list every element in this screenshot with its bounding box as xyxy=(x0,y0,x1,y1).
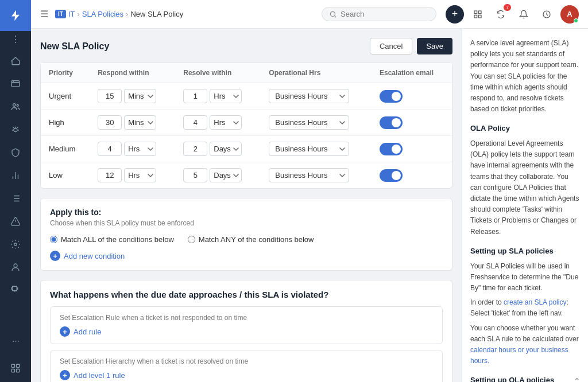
avatar-initials: A xyxy=(567,10,572,18)
cancel-button[interactable]: Cancel xyxy=(370,38,412,54)
respond-cell: MinsHrsDays xyxy=(90,162,175,189)
ola-policy-text: Operational Level Agreements (OLA) polic… xyxy=(470,138,580,237)
escalation-toggle[interactable]: ✓ xyxy=(380,90,403,103)
sidebar-item-person[interactable] xyxy=(0,256,31,279)
add-rule-plus-icon: + xyxy=(60,326,70,337)
match-any-radio[interactable]: Match ANY of the conditions below xyxy=(188,235,314,244)
add-level-rule-btn[interactable]: + Add level 1 rule xyxy=(60,370,433,380)
resolve-val-input[interactable] xyxy=(183,115,207,130)
clock-btn[interactable] xyxy=(537,5,556,24)
resolve-cell: MinsHrsDays xyxy=(175,162,261,189)
col-priority: Priority xyxy=(41,63,90,83)
sidebar-logo[interactable] xyxy=(0,0,31,31)
bell-btn[interactable] xyxy=(514,5,533,24)
respond-val-input[interactable] xyxy=(98,89,122,103)
toggle-slider: ✓ xyxy=(380,169,403,182)
search-input[interactable] xyxy=(341,10,427,18)
add-btn[interactable]: + xyxy=(446,5,464,24)
sidebar-apps-btn[interactable] xyxy=(0,357,31,380)
resolve-unit-select[interactable]: MinsHrsDays xyxy=(210,89,242,103)
escalation-rule-label: Set Escalation Rule when a ticket is not… xyxy=(60,314,433,322)
resolve-cell: MinsHrsDays xyxy=(175,83,261,110)
match-all-radio[interactable]: Match ALL of the conditions below xyxy=(50,235,174,244)
respond-val-input[interactable] xyxy=(98,168,122,182)
svg-rect-7 xyxy=(17,364,20,367)
menu-icon[interactable]: ☰ xyxy=(40,9,48,20)
sidebar-item-shield[interactable] xyxy=(0,141,31,164)
hours-link[interactable]: calendar hours or your business hours. xyxy=(470,346,568,365)
sidebar-item-tickets[interactable] xyxy=(0,72,31,95)
search-box[interactable] xyxy=(322,7,436,21)
ops-hrs-select[interactable]: Business HoursCalendar Hours xyxy=(269,89,349,103)
breadcrumb: IT IT › SLA Policies › New SLA Policy xyxy=(55,10,317,18)
respond-cell: MinsHrsDays xyxy=(90,83,175,110)
add-rule-label: Add rule xyxy=(74,328,101,336)
sidebar-item-reports[interactable] xyxy=(0,164,31,187)
grid-btn[interactable] xyxy=(469,5,487,24)
refresh-btn[interactable]: 7 xyxy=(492,5,510,24)
online-indicator xyxy=(574,18,578,23)
respond-val-input[interactable] xyxy=(98,115,122,130)
ops-hrs-select[interactable]: Business HoursCalendar Hours xyxy=(269,142,349,156)
ops-cell: Business HoursCalendar Hours xyxy=(261,162,372,189)
chevron-up-icon[interactable]: ⌃ xyxy=(574,376,580,382)
escalation-rule-block: Set Escalation Rule when a ticket is not… xyxy=(50,306,443,344)
violation-title: What happens when the due date approache… xyxy=(50,290,443,299)
sidebar-item-settings[interactable] xyxy=(0,233,31,256)
bell-icon xyxy=(519,10,528,19)
breadcrumb-it-link[interactable]: IT xyxy=(68,10,75,18)
right-panel-intro: A service level agreement (SLA) policy l… xyxy=(470,38,580,115)
resolve-unit-select[interactable]: MinsHrsDays xyxy=(210,115,242,130)
sidebar-item-contacts[interactable] xyxy=(0,95,31,118)
respond-unit-select[interactable]: MinsHrsDays xyxy=(124,115,156,130)
main-wrapper: ☰ IT IT › SLA Policies › New SLA Policy … xyxy=(31,0,588,382)
resolve-unit-select[interactable]: MinsHrsDays xyxy=(210,168,242,182)
sidebar-nav xyxy=(0,47,31,329)
sidebar-more-btn[interactable]: ⋯ xyxy=(0,329,31,352)
sla-setup-p2: In order to create an SLA policy: Select… xyxy=(470,297,580,319)
toggle-slider: ✓ xyxy=(380,116,403,129)
add-condition-label: Add new condition xyxy=(64,252,125,260)
escalation-toggle[interactable]: ✓ xyxy=(380,169,403,182)
add-rule-btn[interactable]: + Add rule xyxy=(60,326,433,337)
ops-hrs-select[interactable]: Business HoursCalendar Hours xyxy=(269,168,349,182)
escalation-toggle[interactable]: ✓ xyxy=(380,116,403,129)
sidebar: ⋮ ⋯ xyxy=(0,0,31,382)
respond-unit-select[interactable]: MinsHrsDays xyxy=(124,168,156,182)
sidebar-item-puzzle[interactable] xyxy=(0,279,31,302)
escalation-toggle[interactable]: ✓ xyxy=(380,143,403,155)
svg-rect-11 xyxy=(474,11,477,14)
sidebar-item-list[interactable] xyxy=(0,187,31,210)
plus-icon: + xyxy=(452,8,458,20)
breadcrumb-current: New SLA Policy xyxy=(130,10,183,18)
grid-icon xyxy=(473,10,482,19)
svg-point-5 xyxy=(14,264,17,267)
right-panel: A service level agreement (SLA) policy l… xyxy=(462,29,588,382)
sidebar-collapse-btn[interactable]: ⋮ xyxy=(0,31,31,47)
refresh-icon xyxy=(496,10,505,19)
add-level-rule-label: Add level 1 rule xyxy=(74,371,125,380)
resolve-val-input[interactable] xyxy=(183,168,207,182)
respond-unit-select[interactable]: MinsHrsDays xyxy=(124,89,156,103)
svg-rect-8 xyxy=(11,369,14,372)
sidebar-item-bugs[interactable] xyxy=(0,118,31,141)
create-sla-link[interactable]: create an SLA policy xyxy=(504,298,566,306)
respond-unit-select[interactable]: MinsHrsDays xyxy=(124,142,156,156)
toggle-check-icon: ✓ xyxy=(392,118,397,126)
ops-cell: Business HoursCalendar Hours xyxy=(261,83,372,110)
toggle-check-icon: ✓ xyxy=(392,145,397,152)
resolve-val-input[interactable] xyxy=(183,89,207,103)
avatar[interactable]: A xyxy=(560,5,579,24)
resolve-val-input[interactable] xyxy=(183,142,207,156)
ops-hrs-select[interactable]: Business HoursCalendar Hours xyxy=(269,115,349,130)
ola-setup-title: Setting up OLA policies ⌃ xyxy=(470,375,580,382)
sidebar-item-warning[interactable] xyxy=(0,210,31,233)
respond-val-input[interactable] xyxy=(98,142,122,156)
resolve-unit-select[interactable]: MinsHrsDays xyxy=(210,142,242,156)
breadcrumb-sla-link[interactable]: SLA Policies xyxy=(82,10,123,18)
resolve-cell: MinsHrsDays xyxy=(175,110,261,136)
breadcrumb-sep1: › xyxy=(77,10,79,18)
sidebar-item-home[interactable] xyxy=(0,49,31,72)
save-button[interactable]: Save xyxy=(417,38,452,54)
add-condition-btn[interactable]: + Add new condition xyxy=(50,251,443,261)
